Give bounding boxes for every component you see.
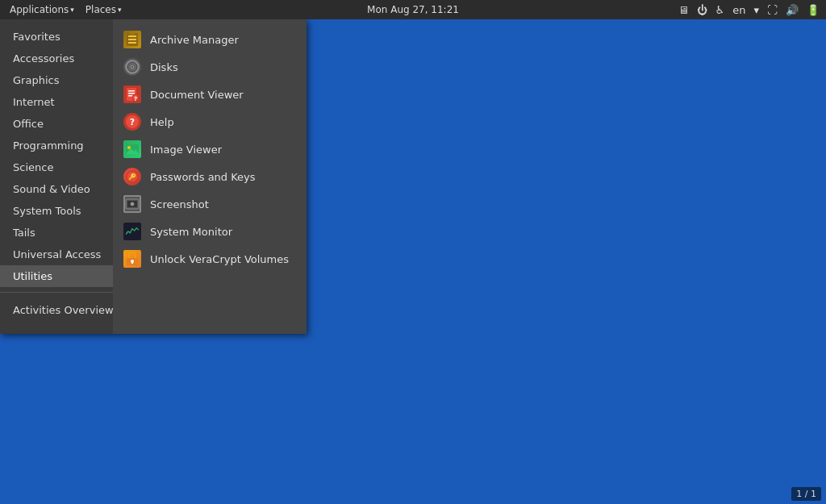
document-viewer-icon-container: ? bbox=[123, 85, 142, 104]
places-label: Places bbox=[86, 4, 116, 15]
menu-bottom: Activities Overview bbox=[0, 292, 113, 327]
veracrypt-icon bbox=[123, 250, 141, 268]
image-viewer-icon bbox=[123, 140, 141, 158]
screenshot-icon-container bbox=[123, 194, 142, 214]
menu-category-programming[interactable]: Programming bbox=[0, 135, 113, 156]
arrow-down-icon[interactable]: ▾ bbox=[752, 4, 761, 16]
menu-category-favorites[interactable]: Favorites bbox=[0, 26, 113, 48]
svg-rect-2 bbox=[128, 39, 136, 40]
applications-label: Applications bbox=[10, 4, 69, 15]
screenshot-icon bbox=[123, 195, 141, 213]
document-viewer-icon: ? bbox=[123, 85, 141, 103]
svg-rect-3 bbox=[128, 42, 136, 44]
system-monitor-icon-container bbox=[123, 222, 142, 241]
language-label[interactable]: en bbox=[731, 4, 747, 16]
page-indicator: 1 / 1 bbox=[791, 487, 821, 501]
svg-text:?: ? bbox=[134, 96, 137, 102]
svg-rect-10 bbox=[128, 93, 135, 94]
menu-category-internet[interactable]: Internet bbox=[0, 91, 113, 113]
menu-category-science[interactable]: Science bbox=[0, 156, 113, 178]
menu-item-passwords-and-keys[interactable]: 🔑 Passwords and Keys bbox=[113, 163, 307, 190]
unlock-veracrypt-label: Unlock VeraCrypt Volumes bbox=[150, 253, 289, 265]
archive-manager-label: Archive Manager bbox=[150, 34, 239, 46]
veracrypt-icon-container bbox=[123, 249, 142, 269]
menu-item-help[interactable]: ? Help bbox=[113, 108, 307, 135]
menu-item-screenshot[interactable]: Screenshot bbox=[113, 190, 307, 218]
taskbar-datetime: Mon Aug 27, 11:21 bbox=[367, 4, 459, 15]
document-viewer-label: Document Viewer bbox=[150, 89, 244, 101]
passwords-icon: 🔑 bbox=[123, 168, 141, 185]
menu-items: Archive Manager Disks bbox=[113, 19, 307, 334]
svg-rect-4 bbox=[130, 32, 135, 35]
accessibility-icon[interactable]: ♿ bbox=[714, 4, 727, 16]
svg-point-7 bbox=[131, 66, 133, 68]
menu-item-system-monitor[interactable]: System Monitor bbox=[113, 218, 307, 245]
menu-item-disks[interactable]: Disks bbox=[113, 53, 307, 81]
archive-manager-icon-container bbox=[123, 30, 142, 49]
help-icon: ? bbox=[123, 113, 141, 131]
archive-manager-icon bbox=[123, 31, 141, 48]
menu-item-image-viewer[interactable]: Image Viewer bbox=[113, 135, 307, 163]
passwords-and-keys-label: Passwords and Keys bbox=[150, 171, 256, 183]
svg-rect-1 bbox=[128, 35, 136, 37]
svg-rect-26 bbox=[131, 261, 133, 264]
menu-category-system-tools[interactable]: System Tools bbox=[0, 200, 113, 222]
menu-categories: Favorites Accessories Graphics Internet … bbox=[0, 19, 113, 334]
battery-icon[interactable]: 🔋 bbox=[805, 4, 821, 16]
menu-item-document-viewer[interactable]: ? Document Viewer bbox=[113, 81, 307, 108]
passwords-icon-container: 🔑 bbox=[123, 167, 142, 186]
svg-point-22 bbox=[131, 203, 133, 205]
application-menu: Favorites Accessories Graphics Internet … bbox=[0, 19, 307, 334]
network-status-icon[interactable]: ⛶ bbox=[766, 4, 779, 16]
power-icon[interactable]: ⏻ bbox=[695, 4, 709, 16]
disks-icon bbox=[123, 58, 141, 76]
volume-icon[interactable]: 🔊 bbox=[784, 4, 800, 16]
places-menu-button[interactable]: Places ▾ bbox=[81, 2, 127, 17]
menu-category-office[interactable]: Office bbox=[0, 113, 113, 135]
menu-category-universal-access[interactable]: Universal Access bbox=[0, 244, 113, 265]
svg-rect-9 bbox=[128, 90, 135, 92]
network-icon[interactable]: 🖥 bbox=[677, 4, 690, 16]
menu-category-sound-video[interactable]: Sound & Video bbox=[0, 178, 113, 200]
help-label: Help bbox=[150, 116, 174, 128]
menu-activities-overview[interactable]: Activities Overview bbox=[0, 299, 113, 321]
places-arrow-icon: ▾ bbox=[118, 6, 122, 14]
image-viewer-icon-container bbox=[123, 140, 142, 159]
menu-category-tails[interactable]: Tails bbox=[0, 222, 113, 244]
svg-text:🔑: 🔑 bbox=[128, 173, 136, 181]
disks-icon-container bbox=[123, 57, 142, 77]
help-icon-container: ? bbox=[123, 112, 142, 131]
disks-label: Disks bbox=[150, 61, 178, 73]
screenshot-label: Screenshot bbox=[150, 198, 209, 210]
image-viewer-label: Image Viewer bbox=[150, 144, 222, 156]
menu-category-graphics[interactable]: Graphics bbox=[0, 69, 113, 91]
menu-category-accessories[interactable]: Accessories bbox=[0, 48, 113, 69]
menu-category-utilities[interactable]: Utilities bbox=[0, 265, 113, 287]
menu-item-archive-manager[interactable]: Archive Manager bbox=[113, 26, 307, 53]
taskbar-left: Applications ▾ Places ▾ bbox=[5, 2, 127, 17]
system-monitor-icon bbox=[123, 223, 141, 240]
applications-arrow-icon: ▾ bbox=[70, 6, 74, 14]
menu-item-unlock-veracrypt[interactable]: Unlock VeraCrypt Volumes bbox=[113, 245, 307, 273]
taskbar-right: 🖥 ⏻ ♿ en ▾ ⛶ 🔊 🔋 bbox=[677, 4, 821, 16]
svg-point-15 bbox=[127, 146, 131, 149]
applications-menu-button[interactable]: Applications ▾ bbox=[5, 2, 79, 17]
taskbar: Applications ▾ Places ▾ Mon Aug 27, 11:2… bbox=[0, 0, 826, 19]
system-monitor-label: System Monitor bbox=[150, 226, 232, 238]
desktop: Favorites Accessories Graphics Internet … bbox=[0, 19, 826, 504]
